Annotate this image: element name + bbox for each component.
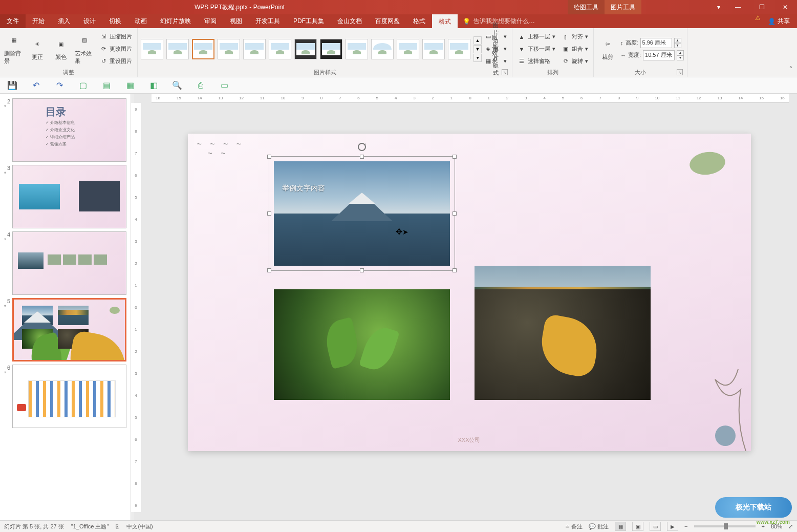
tab-file[interactable]: 文件 [0, 14, 26, 28]
style-item-2[interactable] [166, 39, 189, 59]
style-item-9[interactable] [346, 39, 368, 59]
style-item-10[interactable] [371, 39, 394, 59]
group-button[interactable]: ▣组合▾ [559, 44, 590, 55]
bring-forward-button[interactable]: ▲上移一层▾ [515, 31, 557, 42]
slide-thumbnail-panel[interactable]: 2* 目录 ✓ 介绍基本信息✓ 介绍企业文化✓ 详细介绍产品✓ 营销方案 3* … [0, 94, 131, 520]
zoom-slider[interactable] [694, 525, 756, 527]
zoom-out-button[interactable]: − [684, 523, 687, 529]
rotate-handle[interactable] [357, 142, 367, 152]
collapse-ribbon-button[interactable]: ˄ [787, 28, 797, 77]
style-item-7[interactable] [294, 39, 317, 59]
status-accessibility-icon[interactable]: ⎘ [116, 523, 119, 529]
horizontal-ruler[interactable]: 1615141312111098765432101234567891011121… [152, 94, 789, 103]
minimize-button[interactable]: — [726, 0, 750, 14]
style-item-1[interactable] [141, 39, 163, 59]
share-button[interactable]: 👤 共享 [761, 14, 797, 28]
style-item-8[interactable] [320, 39, 342, 59]
qat-btn-5[interactable]: ▤ [101, 80, 112, 91]
picture-green-leaves[interactable] [274, 289, 450, 400]
group-picture-styles: ▲▼▾ ▭图片边框▾ ◈图片效果▾ ▦图片版式▾ 图片样式↘ [138, 28, 512, 77]
reading-view-button[interactable]: ▭ [650, 522, 661, 531]
tab-insert[interactable]: 插入 [51, 14, 77, 28]
color-button[interactable]: ▣颜色 [50, 35, 72, 63]
title-bar: WPS PPT教程.pptx - PowerPoint 绘图工具 图片工具 ▾ … [0, 0, 797, 14]
width-field[interactable]: ↔宽度:10.57 厘米▲▼ [620, 50, 684, 61]
style-item-4[interactable] [218, 39, 240, 59]
notes-button[interactable]: ≐ 备注 [565, 523, 583, 530]
corrections-button[interactable]: ☀更正 [27, 35, 48, 63]
qat-btn-9[interactable]: ⎙ [196, 80, 206, 91]
slide-footer: XXX公司 [188, 436, 751, 444]
comments-button[interactable]: 💬 批注 [589, 523, 609, 530]
canvas-viewport[interactable]: ~ ~ ~ ~ ~ ~ 举例文字内容 ✥➤ [141, 103, 797, 520]
tab-developer[interactable]: 开发工具 [249, 14, 287, 28]
qat-btn-4[interactable]: ▢ [78, 80, 88, 91]
picture-styles-gallery[interactable]: ▲▼▾ [141, 36, 482, 62]
slide-thumb-5[interactable]: 5* [0, 296, 131, 363]
status-slide-info: 幻灯片 第 5 张, 共 27 张 [4, 523, 64, 530]
tab-review[interactable]: 审阅 [198, 14, 223, 28]
style-item-5[interactable] [243, 39, 266, 59]
style-item-3[interactable] [192, 39, 214, 59]
redo-button[interactable]: ↷ [54, 80, 64, 91]
height-field[interactable]: ↕高度:5.96 厘米▲▼ [620, 37, 684, 49]
crop-button[interactable]: ✂裁剪 [597, 35, 618, 63]
slide-thumb-6[interactable]: 6* [0, 363, 131, 430]
qat-btn-7[interactable]: ◧ [148, 80, 159, 91]
styles-dialog-launcher[interactable]: ↘ [502, 69, 508, 75]
reset-picture-button[interactable]: ↺重设图片 [97, 56, 134, 67]
rotate-button[interactable]: ⟳旋转▾ [559, 56, 590, 67]
gallery-scroll[interactable]: ▲▼▾ [473, 36, 482, 62]
ribbon: ▦删除背景 ☀更正 ▣颜色 ▨艺术效果 ⇲压缩图片 ⟳更改图片 ↺重设图片 调整 [0, 28, 797, 77]
person-icon: 👤 [768, 18, 776, 25]
tab-baidu-netdisk[interactable]: 百度网盘 [369, 14, 406, 28]
slideshow-view-button[interactable]: ▶ [667, 522, 678, 531]
size-dialog-launcher[interactable]: ↘ [677, 69, 683, 75]
style-item-12[interactable] [422, 39, 445, 59]
change-picture-button[interactable]: ⟳更改图片 [97, 44, 134, 55]
style-item-11[interactable] [397, 39, 419, 59]
picture-fuji[interactable]: 举例文字内容 ✥➤ [274, 161, 450, 266]
qat-btn-10[interactable]: ▭ [219, 80, 229, 91]
compress-pictures-button[interactable]: ⇲压缩图片 [97, 31, 134, 42]
selection-pane-button[interactable]: ☰选择窗格 [515, 56, 557, 67]
tab-transitions[interactable]: 切换 [102, 14, 128, 28]
tab-slideshow[interactable]: 幻灯片放映 [154, 14, 198, 28]
undo-button[interactable]: ↶ [31, 80, 41, 91]
picture-maple-leaf[interactable] [475, 289, 651, 400]
group-adjust: ▦删除背景 ☀更正 ▣颜色 ▨艺术效果 ⇲压缩图片 ⟳更改图片 ↺重设图片 调整 [0, 28, 138, 77]
tab-view[interactable]: 视图 [223, 14, 249, 28]
slide-thumb-4[interactable]: 4* [0, 230, 131, 296]
vertical-ruler[interactable]: 9876543210123456789 [131, 103, 141, 512]
tab-animations[interactable]: 动画 [128, 14, 154, 28]
tab-home[interactable]: 开始 [26, 14, 51, 28]
sorter-view-button[interactable]: ▣ [632, 522, 643, 531]
ctx-tab-drawing-tools[interactable]: 绘图工具 [568, 0, 605, 14]
slide-thumb-2[interactable]: 2* 目录 ✓ 介绍基本信息✓ 介绍企业文化✓ 详细介绍产品✓ 营销方案 [0, 97, 131, 163]
qat-btn-8[interactable]: 🔍 [172, 80, 182, 91]
artistic-effects-button[interactable]: ▨艺术效果 [74, 31, 95, 67]
style-item-13[interactable] [448, 39, 470, 59]
remove-background-button[interactable]: ▦删除背景 [3, 31, 25, 67]
ribbon-options-button[interactable]: ▾ [711, 0, 726, 14]
slide-canvas[interactable]: ~ ~ ~ ~ ~ ~ 举例文字内容 ✥➤ [188, 134, 751, 451]
send-backward-button[interactable]: ▼下移一层▾ [515, 44, 557, 55]
close-button[interactable]: ✕ [773, 0, 797, 14]
ctx-tab-picture-tools[interactable]: 图片工具 [605, 0, 641, 14]
tab-format-picture[interactable]: 格式 [432, 14, 458, 28]
align-button[interactable]: ⫿对齐▾ [559, 31, 590, 42]
normal-view-button[interactable]: ▦ [615, 522, 626, 531]
tab-format-drawing[interactable]: 格式 [406, 14, 432, 28]
restore-button[interactable]: ❐ [750, 0, 773, 14]
tab-jinshan-docs[interactable]: 金山文档 [331, 14, 369, 28]
warning-icon[interactable]: ⚠ [755, 14, 761, 28]
status-language[interactable]: 中文(中国) [126, 523, 153, 530]
picture-caption: 举例文字内容 [282, 184, 325, 193]
save-button[interactable]: 💾 [7, 80, 17, 91]
tab-pdf-tools[interactable]: PDF工具集 [287, 14, 331, 28]
qat-btn-6[interactable]: ▦ [125, 80, 135, 91]
picture-layout-button[interactable]: ▦图片版式▾ [484, 56, 509, 67]
tab-design[interactable]: 设计 [77, 14, 102, 28]
style-item-6[interactable] [269, 39, 291, 59]
slide-thumb-3[interactable]: 3* [0, 163, 131, 230]
